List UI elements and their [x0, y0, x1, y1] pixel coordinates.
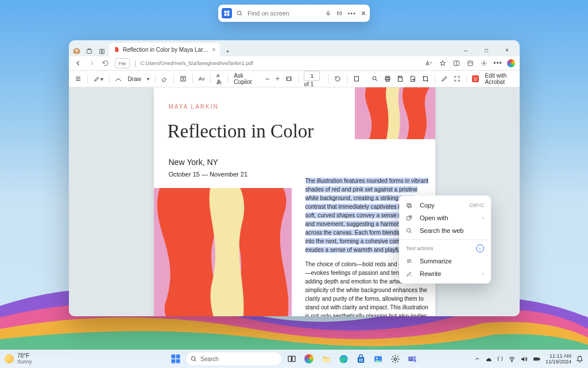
- tab-actions-icon[interactable]: [96, 46, 107, 56]
- copilot-button[interactable]: [507, 59, 515, 67]
- explorer-icon[interactable]: [319, 352, 333, 366]
- highlight-tool-icon[interactable]: ▾: [94, 75, 103, 82]
- doc-author: MAYA LARKIN: [169, 103, 219, 110]
- translate-icon[interactable]: aあ: [216, 72, 222, 86]
- svg-rect-52: [176, 359, 180, 363]
- minimize-button[interactable]: –: [455, 44, 476, 56]
- new-tab-button[interactable]: +: [222, 46, 233, 56]
- search-web-icon: [406, 228, 414, 234]
- contents-icon[interactable]: [75, 75, 82, 82]
- refresh-button[interactable]: [101, 59, 110, 68]
- tab-close-icon[interactable]: ×: [212, 47, 216, 53]
- svg-point-48: [411, 275, 411, 276]
- start-button[interactable]: [169, 352, 183, 366]
- svg-text:T: T: [409, 357, 412, 361]
- split-screen-icon[interactable]: [452, 59, 461, 68]
- draw-label[interactable]: Draw: [127, 76, 141, 82]
- fullscreen-icon[interactable]: [454, 75, 461, 82]
- tray-copilot-icon[interactable]: [497, 355, 504, 362]
- system-tray: 11:11 AM 11/19/2024: [474, 353, 583, 365]
- more-menu-icon[interactable]: •••: [493, 59, 502, 68]
- text-icon[interactable]: [180, 75, 187, 82]
- svg-rect-41: [407, 203, 411, 206]
- svg-rect-12: [87, 48, 91, 49]
- context-menu: Copy Ctrl+C Open with › Search the web T…: [399, 195, 491, 283]
- edit-pencil-icon[interactable]: [441, 75, 448, 82]
- tray-onedrive-icon[interactable]: [485, 355, 492, 363]
- read-aloud-icon[interactable]: A)): [199, 76, 205, 82]
- page-view-icon[interactable]: [353, 75, 360, 82]
- back-button[interactable]: [74, 59, 83, 68]
- edge-icon[interactable]: [336, 352, 350, 366]
- photos-icon[interactable]: [371, 352, 385, 366]
- erase-icon[interactable]: [161, 75, 168, 82]
- svg-rect-34: [424, 77, 428, 81]
- save-as-icon[interactable]: [409, 75, 416, 82]
- task-view-icon[interactable]: [285, 352, 299, 366]
- taskbar-search[interactable]: Search: [186, 352, 281, 365]
- ctx-rewrite[interactable]: Rewrite ›: [399, 267, 491, 280]
- workspaces-icon[interactable]: [84, 46, 94, 56]
- more-icon[interactable]: •••: [347, 10, 356, 17]
- forward-button[interactable]: [87, 59, 96, 68]
- search-icon: [237, 10, 243, 17]
- taskbar-clock[interactable]: 11:11 AM 11/19/2024: [546, 353, 571, 365]
- find-icon[interactable]: [372, 75, 378, 82]
- ctx-open-with[interactable]: Open with ›: [399, 212, 491, 224]
- tray-volume-icon[interactable]: [520, 355, 528, 363]
- close-window-button[interactable]: ×: [497, 44, 517, 56]
- title-bar: Reflection in Color by Maya Lar… × + – □…: [69, 40, 520, 56]
- copilot-taskbar-icon[interactable]: [302, 352, 316, 366]
- maximize-button[interactable]: □: [476, 44, 497, 56]
- browser-tab[interactable]: Reflection in Color by Maya Lar… ×: [109, 43, 220, 56]
- copilot-icon[interactable]: [336, 10, 343, 17]
- ctx-summarize[interactable]: Summarize: [399, 255, 491, 267]
- tray-battery-icon[interactable]: [532, 355, 541, 363]
- rotate-icon[interactable]: [334, 75, 341, 82]
- draw-tool-icon[interactable]: [115, 75, 122, 82]
- edit-acrobat-button[interactable]: Edit with Acrobat: [485, 72, 514, 85]
- extensions-icon[interactable]: [479, 59, 489, 68]
- fit-icon[interactable]: [285, 75, 292, 82]
- favorite-icon[interactable]: [438, 59, 447, 68]
- sun-icon: [5, 354, 14, 363]
- weather-widget[interactable]: 78°F Sunny: [5, 353, 32, 365]
- url-path[interactable]: C:Users/Onedrive/s_liza/lavegivedrive/la…: [141, 60, 420, 66]
- save-icon[interactable]: [397, 75, 404, 82]
- profile-icon[interactable]: [71, 46, 82, 56]
- svg-rect-33: [399, 76, 401, 78]
- collections-icon[interactable]: [466, 59, 475, 68]
- zoom-in-button[interactable]: +: [276, 75, 280, 83]
- store-icon[interactable]: [354, 352, 368, 366]
- mic-icon[interactable]: [325, 10, 331, 17]
- svg-point-10: [75, 49, 78, 51]
- taskbar: 78°F Sunny Search T 11:11 AM 11/19/2024: [0, 350, 588, 368]
- svg-point-69: [413, 356, 415, 358]
- settings-icon[interactable]: [388, 352, 402, 366]
- zoom-out-button[interactable]: −: [265, 74, 270, 83]
- doc-location: New York, NY: [169, 158, 218, 167]
- ctx-search-web[interactable]: Search the web: [399, 224, 491, 237]
- find-on-screen-bar[interactable]: Find on screen •••: [218, 5, 370, 22]
- address-bar: File | C:Users/Onedrive/s_liza/lavegived…: [69, 56, 520, 71]
- print-icon[interactable]: [384, 75, 391, 82]
- svg-rect-2: [225, 14, 227, 16]
- teams-icon[interactable]: T: [405, 352, 419, 366]
- info-icon[interactable]: i: [476, 244, 484, 252]
- tray-wifi-icon[interactable]: [508, 355, 516, 363]
- svg-line-5: [241, 14, 242, 15]
- svg-rect-73: [535, 358, 539, 359]
- notifications-icon[interactable]: [576, 355, 583, 363]
- crop-icon[interactable]: [422, 75, 429, 82]
- page-input[interactable]: [304, 71, 320, 81]
- pdf-icon: [114, 47, 119, 52]
- close-icon[interactable]: [361, 10, 366, 16]
- svg-rect-55: [288, 356, 291, 361]
- enhance-icon[interactable]: A⁺: [424, 59, 434, 68]
- ctx-copy[interactable]: Copy Ctrl+C: [399, 199, 491, 212]
- svg-point-70: [512, 361, 512, 362]
- svg-line-54: [195, 359, 196, 361]
- tray-chevron-icon[interactable]: [474, 356, 480, 362]
- ask-copilot-button[interactable]: Ask Copilot: [234, 72, 253, 85]
- tab-title: Reflection in Color by Maya Lar…: [123, 47, 209, 53]
